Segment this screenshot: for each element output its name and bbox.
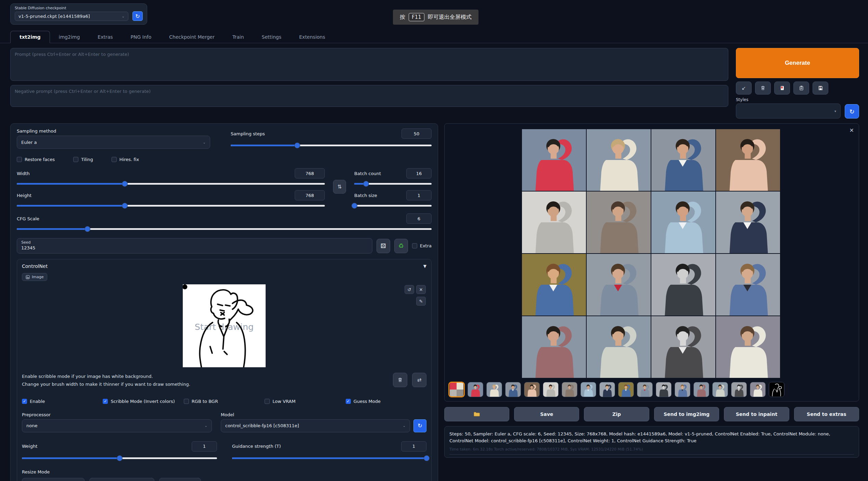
batch-count-value[interactable]: 16 (406, 168, 432, 178)
weight-slider[interactable] (22, 455, 217, 461)
thumbnail-image-7[interactable] (580, 382, 596, 397)
width-value[interactable]: 768 (295, 168, 325, 178)
styles-refresh-button[interactable]: ↻ (845, 104, 859, 119)
guidance-strength-slider[interactable] (232, 455, 426, 461)
thumbnail-grid-montage[interactable] (449, 382, 464, 397)
styles-select[interactable]: ▾ (736, 103, 841, 119)
batch-count-slider[interactable] (354, 181, 432, 187)
thumbnail-image-2[interactable] (486, 382, 502, 397)
checkpoint-refresh-button[interactable]: ↻ (132, 11, 143, 21)
tab-img2img[interactable]: img2img (50, 31, 89, 43)
thumbnail-image-12[interactable] (675, 382, 690, 397)
tab-extensions[interactable]: Extensions (290, 31, 334, 43)
toggle-hires-fix[interactable]: Hires. fix (112, 157, 139, 162)
brush-button[interactable]: ✎ (416, 297, 426, 306)
gallery-image-4[interactable] (716, 129, 780, 191)
seed-extra-checkbox[interactable]: Extra (412, 243, 432, 248)
gallery-image-12[interactable] (716, 254, 780, 316)
sampling-method-select[interactable]: Euler a ⌄ (17, 136, 210, 149)
gallery-image-13[interactable] (522, 316, 586, 378)
clear-prompt-button[interactable] (755, 82, 771, 95)
model-refresh-button[interactable]: ↻ (413, 419, 426, 432)
tab-train[interactable]: Train (224, 31, 253, 43)
gallery-image-5[interactable] (522, 192, 586, 253)
thumbnail-image-1[interactable] (468, 382, 483, 397)
thumbnail-image-8[interactable] (599, 382, 615, 397)
random-seed-button[interactable]: ⚄ (376, 239, 390, 253)
controlnet-toggle-enable[interactable]: ✓Enable (22, 399, 103, 404)
thumbnail-image-5[interactable] (543, 382, 559, 397)
batch-size-value[interactable]: 1 (406, 190, 432, 200)
height-value[interactable]: 768 (295, 190, 325, 200)
thumbnail-image-15[interactable] (731, 382, 747, 397)
thumbnail-image-16[interactable] (750, 382, 766, 397)
controlnet-toggle-low-vram[interactable]: Low VRAM (265, 399, 345, 404)
resize-mode-envelope-outer-fit-[interactable]: Envelope (Outer Fit) (22, 478, 85, 481)
resize-mode-scale-to-fit-inner-fit-[interactable]: Scale to Fit (Inner Fit) (89, 478, 155, 481)
paste-params-button[interactable] (793, 82, 809, 95)
controlnet-toggle-scribble-mode-invert-colors-[interactable]: ✓Scribble Mode (Invert colors) (103, 399, 183, 404)
sampling-steps-value[interactable]: 50 (401, 128, 432, 139)
thumbnail-image-4[interactable] (524, 382, 540, 397)
toggle-tiling[interactable]: Tiling (73, 157, 93, 162)
gallery-image-11[interactable] (651, 254, 715, 316)
thumbnail-scribble-map[interactable] (769, 382, 784, 397)
model-select[interactable]: control_scribble-fp16 [c508311e] ⌄ (221, 419, 410, 432)
gallery-image-15[interactable] (651, 316, 715, 378)
interrupt-arrow-button[interactable]: ↙ (736, 82, 752, 95)
send-to-inpaint-button[interactable]: Send to inpaint (724, 407, 789, 421)
undo-button[interactable]: ↺ (405, 285, 414, 294)
gallery-image-14[interactable] (587, 316, 651, 378)
save-button[interactable]: Save (514, 407, 579, 421)
controlnet-image-tab[interactable]: Image (22, 273, 47, 281)
reuse-seed-button[interactable]: ♻ (394, 239, 408, 253)
guidance-strength-value[interactable]: 1 (401, 441, 426, 452)
thumbnail-image-6[interactable] (562, 382, 577, 397)
gallery-image-6[interactable] (587, 192, 651, 253)
clear-image-button[interactable]: ✕ (416, 285, 426, 294)
thumbnail-image-3[interactable] (505, 382, 521, 397)
gallery-image-7[interactable] (651, 192, 715, 253)
gallery-image-2[interactable] (587, 129, 651, 191)
checkpoint-select[interactable]: v1-5-pruned.ckpt [e1441589a6] ⌄ (15, 12, 128, 21)
cfg-scale-slider[interactable] (17, 226, 432, 232)
new-canvas-button[interactable] (393, 373, 407, 387)
tab-png-info[interactable]: PNG Info (122, 31, 161, 43)
gallery-image-16[interactable] (716, 316, 780, 378)
generate-button[interactable]: Generate (736, 48, 859, 78)
gallery-image-9[interactable] (522, 254, 586, 316)
gallery-image-10[interactable] (587, 254, 651, 316)
prompt-input[interactable] (10, 48, 728, 81)
open-folder-button[interactable] (444, 407, 509, 421)
batch-size-slider[interactable] (354, 202, 432, 209)
width-slider[interactable] (17, 181, 325, 187)
thumbnail-image-11[interactable] (656, 382, 672, 397)
send-to-extras-button[interactable]: Send to extras (794, 407, 859, 421)
negative-prompt-input[interactable] (10, 85, 728, 107)
tab-checkpoint-merger[interactable]: Checkpoint Merger (160, 31, 224, 43)
collapse-icon[interactable]: ▼ (423, 264, 426, 269)
gallery-image-8[interactable] (716, 192, 780, 253)
swap-width-height-button[interactable]: ⇅ (333, 180, 346, 194)
zip-button[interactable]: Zip (584, 407, 649, 421)
send-to-img2img-button[interactable]: Send to img2img (654, 407, 719, 421)
gallery-image-3[interactable] (651, 129, 715, 191)
tab-txt2img[interactable]: txt2img (10, 31, 50, 43)
preprocessor-select[interactable]: none ⌄ (22, 419, 212, 432)
thumbnail-image-14[interactable] (712, 382, 728, 397)
toggle-restore-faces[interactable]: Restore faces (17, 157, 55, 162)
tab-settings[interactable]: Settings (253, 31, 290, 43)
style-card-button[interactable] (774, 82, 790, 95)
thumbnail-image-10[interactable] (637, 382, 653, 397)
resize-mode-just-resize[interactable]: Just Resize (159, 478, 201, 481)
height-slider[interactable] (17, 202, 325, 209)
scribble-canvas[interactable]: Start drawing (183, 284, 266, 367)
close-icon[interactable]: ✕ (850, 127, 854, 134)
cfg-scale-value[interactable]: 6 (406, 213, 432, 224)
controlnet-toggle-guess-mode[interactable]: ✓Guess Mode (346, 399, 426, 404)
tab-extras[interactable]: Extras (89, 31, 122, 43)
controlnet-toggle-rgb-to-bgr[interactable]: RGB to BGR (184, 399, 265, 404)
thumbnail-image-13[interactable] (693, 382, 709, 397)
thumbnail-image-9[interactable] (618, 382, 634, 397)
sampling-steps-slider[interactable] (231, 142, 432, 148)
